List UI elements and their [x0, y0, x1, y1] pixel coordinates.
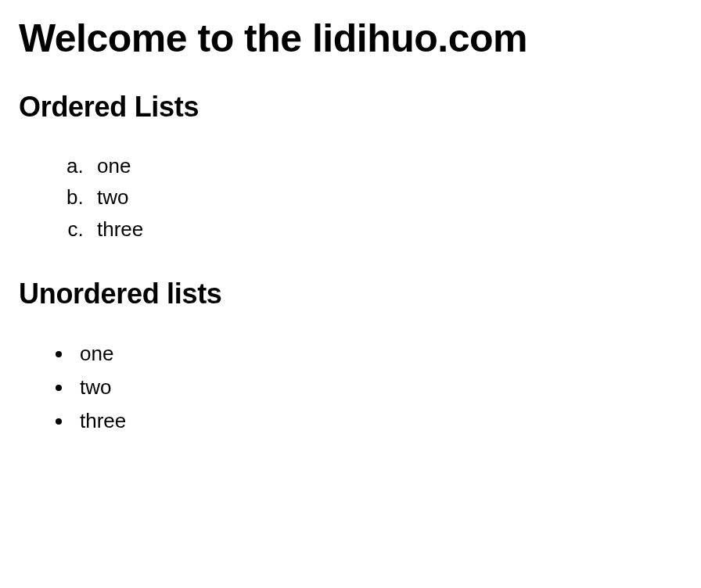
- list-item: one: [89, 150, 682, 181]
- ordered-list: one two three: [19, 150, 682, 245]
- list-item: two: [89, 181, 682, 213]
- list-item: two: [74, 371, 682, 404]
- page-title: Welcome to the lidihuo.com: [19, 16, 682, 61]
- list-item: three: [89, 213, 682, 245]
- unordered-list: one two three: [19, 337, 682, 438]
- ordered-lists-heading: Ordered Lists: [19, 91, 682, 124]
- list-item: one: [74, 337, 682, 371]
- unordered-lists-heading: Unordered lists: [19, 278, 682, 310]
- list-item: three: [74, 404, 682, 438]
